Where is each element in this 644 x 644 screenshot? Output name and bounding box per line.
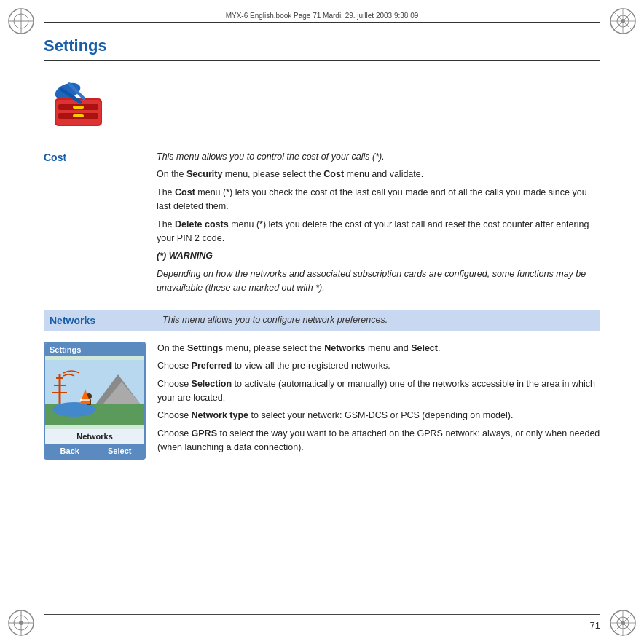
cost-line-6: Depending on how the networks and associ… — [157, 267, 600, 296]
svg-point-15 — [19, 621, 23, 625]
cost-line-4: The Delete costs menu (*) lets you delet… — [157, 218, 600, 246]
phone-back-button[interactable]: Back — [45, 444, 95, 458]
networks-line-2: Choose Preferred to view all the pre-reg… — [157, 359, 600, 373]
cost-line-3: The Cost menu (*) lets you check the cos… — [157, 186, 600, 214]
networks-text: On the Settings menu, please select the … — [157, 342, 600, 460]
svg-rect-25 — [56, 100, 101, 125]
page-title: Settings — [44, 36, 600, 61]
phone-mockup: Settings — [44, 342, 146, 460]
cost-section: Cost This menu allows you to control the… — [44, 150, 600, 295]
networks-summary: This menu allows you to configure networ… — [162, 313, 594, 327]
phone-network-label: Networks — [45, 429, 144, 444]
svg-rect-29 — [73, 114, 84, 117]
corner-decoration-bl — [7, 609, 35, 637]
networks-line-3: Choose Selection to activate (automatica… — [157, 377, 600, 406]
cost-line-2: On the Security menu, please select the … — [157, 168, 600, 181]
bottom-rule — [44, 614, 600, 615]
cost-content: This menu allows you to control the cost… — [157, 150, 600, 295]
page-content: Settings Cost — [44, 36, 600, 608]
cost-line-1: This menu allows you to control the cost… — [157, 150, 600, 164]
networks-line-4: Choose Network type to select your netwo… — [157, 409, 600, 423]
cost-label: Cost — [44, 150, 157, 295]
networks-line-1: On the Settings menu, please select the … — [157, 342, 600, 356]
corner-decoration-tl — [7, 7, 35, 35]
corner-decoration-tr — [609, 7, 637, 35]
phone-screen — [45, 356, 144, 429]
corner-decoration-br — [609, 609, 637, 637]
svg-rect-28 — [73, 106, 84, 109]
phone-titlebar: Settings — [45, 343, 144, 356]
networks-label: Networks — [50, 313, 162, 326]
phone-select-button[interactable]: Select — [95, 444, 145, 458]
networks-detail: Settings — [44, 342, 600, 460]
book-header: MYX-6 English.book Page 71 Mardi, 29. ju… — [44, 9, 600, 23]
page-number: 71 — [590, 620, 600, 631]
phone-buttons: Back Select — [45, 444, 144, 458]
tool-image — [44, 73, 117, 138]
cost-line-5: (*) WARNING — [157, 249, 600, 263]
networks-line-5: Choose GPRS to select the way you want t… — [157, 427, 600, 455]
networks-header: Networks This menu allows you to configu… — [44, 310, 600, 331]
